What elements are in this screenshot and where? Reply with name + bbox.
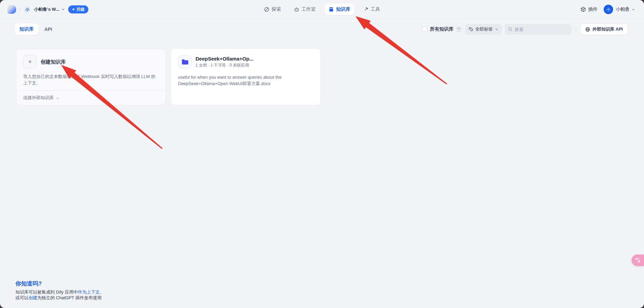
footer-tip-title: 你知道吗? [15,280,101,287]
nav-knowledge-label: 知识库 [336,6,350,12]
tip-line2-text: 或可以 [15,295,29,300]
main-nav: 探索 工作室 知识库 工具 [260,4,384,15]
dataset-description: useful for when you want to answer queri… [171,69,320,87]
tag-filter-label: 全部标签 [475,26,493,32]
plugins-button[interactable]: 插件 [581,6,598,12]
search-icon [508,27,513,32]
chevron-down-icon [495,28,499,31]
chevron-down-icon [632,8,635,11]
annotation-arrows [0,0,644,308]
create-card-head: + 创建知识库 [16,49,165,69]
connect-external-knowledge-link[interactable]: 连接外部知识库 → [16,90,165,105]
knowledge-grid: + 创建知识库 导入您自己的文本数据或通过 Webhook 实时写入数据以增强 … [16,49,628,105]
dataset-card-head: DeepSeek+Ollama+Op... 1 文档 · 1 千字符 · 0 关… [171,49,320,69]
nav-knowledge[interactable]: 知识库 [325,4,354,15]
folder-icon [178,55,191,69]
dataset-meta: 1 文档 · 1 千字符 · 0 关联应用 [196,63,254,68]
page-tabs: 知识库 API [15,24,57,35]
dataset-card-titles: DeepSeek+Ollama+Op... 1 文档 · 1 千字符 · 0 关… [196,56,254,68]
external-knowledge-icon [585,27,590,32]
plus-icon: + [23,55,37,69]
tab-knowledge[interactable]: 知识库 [15,24,38,35]
plugins-label: 插件 [588,6,598,12]
user-menu[interactable]: 小 小帕鲁 [604,5,635,14]
nav-explore[interactable]: 探索 [260,4,285,15]
all-knowledge-checkbox[interactable] [422,27,427,32]
tip-line1-suffix: , [100,290,101,295]
dataset-title: DeepSeek+Ollama+Op... [196,56,254,62]
header: / 小 小帕鲁's W... ✦ 升级 探索 [0,0,644,19]
tag-filter-dropdown[interactable]: 全部标签 [465,24,502,35]
svg-text:A: A [638,259,640,263]
arrow-right-icon: → [55,95,59,100]
studio-icon [294,7,299,12]
plugin-icon [581,7,586,12]
footer-tip-line2: 或可以创建为独立的 ChatGPT 插件发布使用 [15,295,101,301]
sparkle-icon: ✦ [72,7,75,12]
chevron-down-icon [61,7,65,11]
user-avatar: 小 [604,5,613,14]
as-context-link[interactable]: 作为上下文 [78,290,100,295]
translate-floating-button[interactable]: 中A [632,255,644,266]
tab-api[interactable]: API [40,24,57,35]
external-knowledge-api-button[interactable]: 外部知识库 API [580,24,628,35]
create-plugin-link[interactable]: 创建 [29,295,37,300]
tip-line2-suffix: 为独立的 ChatGPT 插件发布使用 [37,295,101,300]
tag-icon [469,27,473,32]
nav-tools[interactable]: 工具 [359,4,384,15]
create-card-description: 导入您自己的文本数据或通过 Webhook 实时写入数据以增强 LLM 的上下文… [16,69,165,90]
toolbar-divider [576,27,576,32]
dataset-card[interactable]: DeepSeek+Ollama+Op... 1 文档 · 1 千字符 · 0 关… [171,49,320,105]
nav-studio[interactable]: 工作室 [290,4,320,15]
all-knowledge-label: 所有知识库 [430,26,454,32]
sub-header: 知识库 API 所有知识库 ? 全部标签 [15,24,628,35]
knowledge-icon [329,7,334,12]
breadcrumb-separator: / [19,7,20,12]
create-card-title: 创建知识库 [41,59,66,65]
tools-icon [363,7,369,12]
explore-icon [264,7,269,12]
nav-explore-label: 探索 [272,6,281,12]
header-right: 插件 小 小帕鲁 [581,5,635,14]
nav-tools-label: 工具 [371,6,380,12]
dify-logo[interactable] [7,5,16,14]
external-knowledge-api-label: 外部知识库 API [593,26,623,32]
help-icon[interactable]: ? [456,27,461,32]
upgrade-label: 升级 [77,7,85,12]
create-knowledge-card[interactable]: + 创建知识库 导入您自己的文本数据或通过 Webhook 实时写入数据以增强 … [16,49,166,105]
toolbar: 所有知识库 ? 全部标签 [422,24,628,35]
header-left: / 小 小帕鲁's W... ✦ 升级 [7,5,88,14]
search-box [505,24,572,35]
nav-studio-label: 工作室 [302,6,316,12]
footer-tip-line1: 知识库可以被集成到 Dify 应用中作为上下文, [15,289,101,295]
workspace-name: 小帕鲁's W... [34,6,59,12]
connect-external-label: 连接外部知识库 [23,95,54,100]
user-name: 小帕鲁 [616,6,630,12]
footer-tip: 你知道吗? 知识库可以被集成到 Dify 应用中作为上下文, 或可以创建为独立的… [15,280,101,301]
all-knowledge-filter: 所有知识库 ? [422,26,461,32]
tip-line1-text: 知识库可以被集成到 Dify 应用中 [15,290,78,295]
app-window: / 小 小帕鲁's W... ✦ 升级 探索 [0,0,644,308]
search-input[interactable] [515,27,565,32]
workspace-avatar[interactable]: 小 [24,6,31,13]
upgrade-button[interactable]: ✦ 升级 [68,5,88,13]
workspace-switcher[interactable]: 小帕鲁's W... [34,6,65,12]
translate-icon: 中A [635,257,641,264]
